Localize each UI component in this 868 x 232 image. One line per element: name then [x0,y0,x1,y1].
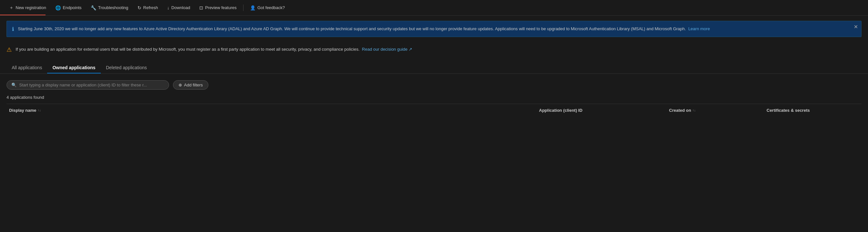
preview-icon: ⊡ [199,5,203,10]
info-banner-text: Starting June 30th, 2020 we will no long… [18,26,710,32]
new-registration-button[interactable]: ＋ New registration [5,3,50,13]
decision-guide-link[interactable]: Read our decision guide ↗ [362,47,412,52]
got-feedback-button[interactable]: 👤 Got feedback? [246,3,289,12]
table-header: Display name ↑↓ Application (client) ID … [6,104,862,117]
refresh-icon: ↻ [137,5,142,10]
search-row: 🔍 ⊕ Add filters [6,80,862,90]
col-client-id: Application (client) ID [536,107,666,114]
learn-more-link[interactable]: Learn more [688,26,710,31]
download-button[interactable]: ↓ Download [163,3,194,12]
warning-banner: ⚠ If you are building an application for… [0,42,868,57]
content-area: 🔍 ⊕ Add filters 4 applications found Dis… [0,74,868,123]
plus-icon: ＋ [9,5,14,11]
toolbar-divider [243,5,244,11]
warning-banner-text: If you are building an application for e… [16,46,412,53]
col-certs-secrets: Certificates & secrets [764,107,862,114]
search-icon: 🔍 [11,82,17,88]
tab-all-applications[interactable]: All applications [6,62,47,73]
results-count: 4 applications found [6,95,862,100]
download-icon: ↓ [167,5,169,10]
troubleshooting-button[interactable]: 🔧 Troubleshooting [87,3,132,12]
feedback-icon: 👤 [250,5,255,10]
tab-owned-applications[interactable]: Owned applications [47,62,100,73]
add-filters-button[interactable]: ⊕ Add filters [173,80,208,90]
tab-deleted-applications[interactable]: Deleted applications [101,62,152,73]
col-created-on: Created on ↑↓ [666,107,764,114]
sort-icon-created-on[interactable]: ↑↓ [692,108,696,112]
tabs-section: All applications Owned applications Dele… [0,57,868,74]
globe-icon: 🌐 [55,5,61,10]
info-banner-close-button[interactable]: ✕ [854,24,858,30]
info-icon: ℹ [12,26,14,32]
sort-icon-display-name[interactable]: ↑↓ [38,108,41,112]
search-wrapper: 🔍 [6,80,169,90]
preview-features-button[interactable]: ⊡ Preview features [195,3,241,12]
col-display-name: Display name ↑↓ [6,107,536,114]
add-filters-icon: ⊕ [179,82,182,88]
warning-icon: ⚠ [6,46,12,53]
refresh-button[interactable]: ↻ Refresh [134,3,162,12]
tabs: All applications Owned applications Dele… [6,62,862,73]
wrench-icon: 🔧 [91,5,96,10]
info-banner: ℹ Starting June 30th, 2020 we will no lo… [6,21,862,37]
toolbar: ＋ New registration 🌐 Endpoints 🔧 Trouble… [0,0,868,15]
endpoints-button[interactable]: 🌐 Endpoints [51,3,86,12]
search-input[interactable] [19,82,164,88]
